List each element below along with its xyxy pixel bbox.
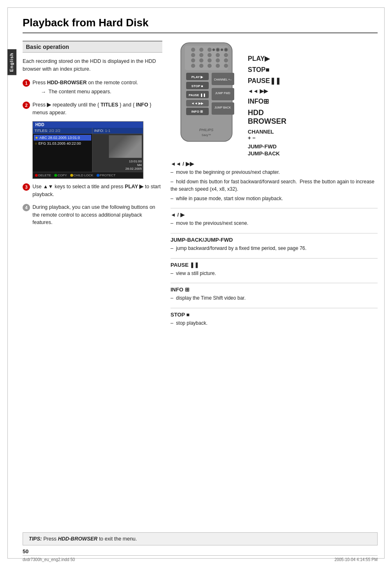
hdd-item1-icon: ★ — [35, 136, 38, 140]
detail-jump-header: JUMP-BACK/JUMP-FWD — [171, 237, 378, 243]
detail-pause-header: PAUSE ❚❚ — [171, 262, 378, 268]
detail-info: INFO ⊞ – display the Time Shift video ba… — [171, 286, 378, 302]
step-3-content: Use ▲▼ keys to select a title and press … — [32, 183, 162, 199]
hdd-content-area: ★ ABC 28.02.2005 13:01:0 ○ EFG 31.03.200… — [33, 134, 143, 172]
detail-skipff-item2: – hold down this button for fast backwar… — [171, 178, 378, 193]
svg-point-14 — [208, 58, 212, 62]
hdd-item2-text: EFG 31.03.2005 40:22:00 — [38, 141, 81, 146]
detail-prev-next: ◄ / ▶ – move to the previous/next scene. — [171, 212, 378, 227]
hdd-header-row: TITLES: 2/2 2/2 INFO: 1-1 — [33, 128, 143, 134]
detail-stop: STOP ■ – stop playback. — [171, 312, 378, 327]
tips-box: TIPS: Press HDD-BROWSER to exit the menu… — [23, 532, 378, 545]
hdd-btn-childlock: CHILD LOCK — [69, 173, 95, 178]
remote-with-labels: PLAY ▶ STOP ■ PAUSE ❚❚ ◄◄ ▶▶ INFO ⊞ — [171, 41, 378, 157]
language-tab: English — [7, 49, 16, 75]
hdd-info-count: 1-1 — [105, 129, 111, 133]
remote-button-labels: PLAY▶ STOP■ PAUSE❚❚ ◄◄ ▶▶ INFO⊞ — [244, 41, 286, 157]
step-1-num: 1 — [23, 79, 30, 87]
main-columns: Basic operation Each recording stored on… — [23, 41, 378, 333]
step-2: 2 Press ▶ repeatedly until the { TITLES … — [23, 101, 162, 117]
step-1-sub: → The content menu appears. — [41, 88, 138, 96]
svg-point-40 — [212, 49, 215, 51]
detail-jump: JUMP-BACK/JUMP-FWD – jump backward/forwa… — [171, 237, 378, 252]
step-1-content: Press HDD-BROWSER on the remote control.… — [32, 79, 138, 96]
svg-point-17 — [191, 64, 195, 68]
tips-label: TIPS: — [29, 536, 42, 542]
step-1-after: on the remote control. — [87, 80, 138, 85]
detail-skipff-item3: – while in pause mode, start slow motion… — [171, 195, 378, 203]
step-2-titles: TITLES — [101, 102, 118, 108]
svg-point-13 — [199, 58, 203, 62]
svg-point-19 — [208, 64, 212, 68]
step-3-play: PLAY ▶ — [125, 184, 143, 189]
hdd-btn-copy-label: COPY — [58, 173, 67, 177]
svg-point-2 — [191, 48, 195, 52]
page-title: Playback from Hard Disk — [23, 16, 378, 33]
hdd-thumb-info: 13:01:00 M4 28.02.2005 — [125, 159, 142, 171]
svg-point-12 — [191, 58, 195, 62]
stop-label: STOP■ — [248, 64, 286, 75]
hdd-thumbnail: 13:01:00 M4 28.02.2005 — [92, 134, 143, 172]
svg-point-10 — [216, 53, 220, 57]
step-1: 1 Press HDD-BROWSER on the remote contro… — [23, 79, 162, 96]
step-4-content: During playback, you can use the followi… — [32, 203, 162, 226]
btn-protect-icon — [97, 174, 99, 177]
btn-delete-icon — [35, 174, 38, 177]
hdd-btn-delete-label: DELETE — [38, 173, 51, 177]
pause-label: PAUSE❚❚ — [248, 75, 286, 86]
remote-control-image: PLAY ▶ STOP ■ PAUSE ❚❚ ◄◄ ▶▶ INFO ⊞ — [171, 41, 242, 148]
section-header: Basic operation — [23, 41, 162, 53]
hdd-btn-copy: COPY — [53, 173, 68, 178]
svg-text:Savy™: Savy™ — [202, 134, 211, 137]
detail-prev-next-header: ◄ / ▶ — [171, 212, 378, 218]
hdd-browser-label: HDDBROWSER — [248, 109, 286, 126]
svg-point-21 — [224, 64, 228, 68]
svg-text:PHILIPS: PHILIPS — [199, 128, 214, 132]
detail-skipff: ◄◄ / ▶▶ – move to the beginning or previ… — [171, 161, 378, 202]
footer-left: dvdr7300h_eu_eng2.indd 50 — [23, 557, 75, 562]
hdd-titles-count-val: 2/2 — [55, 129, 61, 133]
tips-text-before: Press — [43, 536, 58, 542]
separator-4 — [171, 283, 378, 283]
step-4: 4 During playback, you can use the follo… — [23, 203, 162, 226]
detail-skipff-header: ◄◄ / ▶▶ — [171, 161, 378, 167]
step-1-sub-text: The content menu appears. — [48, 88, 111, 96]
hdd-col-info-header: INFO: 1-1 — [92, 128, 143, 134]
detail-jump-item1: – jump backward/forward by a fixed time … — [171, 245, 378, 252]
detail-pause: PAUSE ❚❚ – view a still picture. — [171, 262, 378, 277]
hdd-thumb-image — [109, 135, 142, 158]
skip-label: ◄◄ ▶▶ — [248, 87, 286, 96]
detail-info-item1: – display the Time Shift video bar. — [171, 294, 378, 302]
remote-svg: PLAY ▶ STOP ■ PAUSE ❚❚ ◄◄ ▶▶ INFO ⊞ — [171, 41, 244, 149]
hdd-browser-screenshot: HDD TITLES: 2/2 2/2 INFO: 1-1 ★ — [32, 121, 143, 179]
svg-point-11 — [224, 53, 228, 57]
svg-text:CHANNEL +–: CHANNEL +– — [214, 78, 231, 81]
svg-text:PAUSE ❚❚: PAUSE ❚❚ — [189, 93, 205, 97]
page-content: Playback from Hard Disk Basic operation … — [23, 16, 378, 550]
channel-label: CHANNEL+ − — [248, 129, 286, 141]
step-4-num: 4 — [23, 204, 30, 211]
step-2-content: Press ▶ repeatedly until the { TITLES } … — [32, 101, 162, 117]
svg-point-42 — [221, 49, 223, 51]
svg-point-18 — [199, 64, 203, 68]
hdd-btn-protect: PROTECT — [95, 173, 117, 178]
hdd-thumb-date: 28.02.2005 — [125, 167, 142, 171]
step-2-num: 2 — [23, 102, 30, 109]
svg-point-4 — [208, 48, 212, 52]
svg-text:STOP ■: STOP ■ — [191, 84, 203, 88]
detail-skipff-item1: – move to the beginning or previous/next… — [171, 169, 378, 176]
intro-text: Each recording stored on the HDD is disp… — [23, 58, 162, 73]
step-2-bold: ▶ — [47, 102, 51, 108]
hdd-item2-icon: ○ — [35, 141, 37, 146]
hdd-info-label: INFO: — [94, 129, 104, 133]
info-label: INFO⊞ — [248, 96, 286, 107]
footer-file-info: dvdr7300h_eu_eng2.indd 50 2005-10-04 4:1… — [23, 555, 378, 562]
hdd-item1-text: ABC 28.02.2005 13:01:0 — [39, 136, 80, 140]
hdd-btn-childlock-label: CHILD LOCK — [74, 173, 93, 177]
separator-5 — [171, 308, 378, 308]
hdd-titles-count: 2/2 — [49, 129, 55, 133]
svg-point-15 — [216, 58, 220, 62]
hdd-thumb-time: 13:01:00 — [125, 159, 142, 163]
right-labels-group: HDDBROWSER CHANNEL+ − JUMP-FWD JUMP-BACK — [248, 109, 286, 157]
svg-point-7 — [191, 53, 195, 57]
